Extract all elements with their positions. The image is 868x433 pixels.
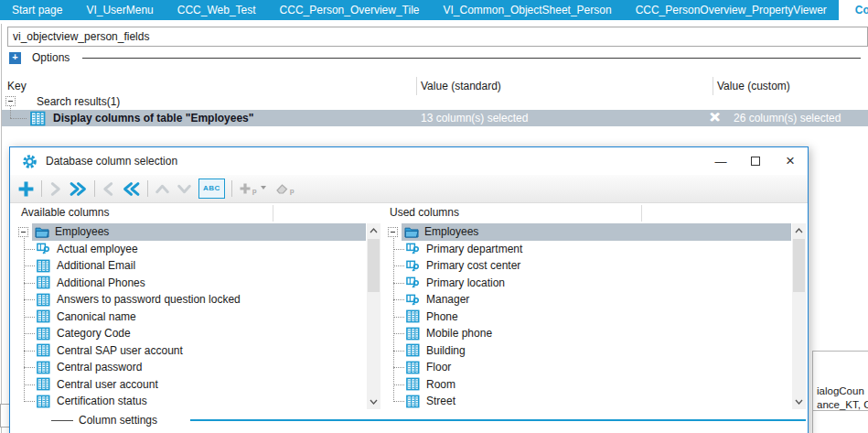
tree-root-label: Employees bbox=[55, 225, 109, 238]
column-icon bbox=[37, 377, 50, 391]
clipped-text-fragment: ialogCoun bbox=[817, 385, 864, 396]
maximize-icon bbox=[751, 157, 760, 166]
scroll-up-icon[interactable] bbox=[792, 223, 806, 238]
tree-item[interactable]: Primary location bbox=[387, 275, 791, 292]
used-columns-header[interactable]: Used columns bbox=[390, 206, 459, 219]
tree-connector bbox=[10, 118, 27, 119]
column-header-value-custom[interactable]: Value (custom) bbox=[717, 80, 790, 92]
divider bbox=[812, 351, 813, 433]
close-button[interactable]: × bbox=[773, 147, 808, 175]
expand-plus-icon[interactable]: + bbox=[9, 52, 21, 64]
tree-row-label: Display columns of table "Employees" bbox=[53, 112, 253, 124]
config-name-input[interactable] bbox=[7, 27, 868, 47]
scroll-down-icon[interactable] bbox=[367, 395, 380, 409]
options-group-line bbox=[82, 58, 861, 59]
available-columns-header[interactable]: Available columns bbox=[21, 206, 110, 219]
tree-item[interactable]: Central user account bbox=[17, 376, 366, 394]
scroll-up-icon[interactable] bbox=[367, 223, 380, 238]
options-label: Options bbox=[32, 51, 70, 64]
tab-vi-usermenu[interactable]: VI_UserMenu bbox=[74, 0, 165, 20]
column-icon bbox=[406, 309, 420, 323]
tree-item[interactable]: Floor bbox=[387, 359, 791, 376]
tree-item[interactable]: Category Code bbox=[17, 325, 366, 342]
tab-start-page[interactable]: Start page bbox=[0, 0, 74, 20]
dialog-titlebar[interactable]: Database column selection — × bbox=[10, 147, 808, 175]
move-right-button[interactable] bbox=[48, 181, 62, 197]
tree-item[interactable]: Answers to password question locked bbox=[17, 291, 366, 309]
tree-item[interactable]: Street bbox=[387, 393, 791, 409]
column-icon bbox=[37, 276, 50, 289]
tree-item[interactable]: Additional Email bbox=[17, 257, 366, 275]
grid-header: Key Value (standard) Value (custom) bbox=[2, 77, 868, 95]
tree-collapse-icon[interactable] bbox=[5, 96, 16, 106]
clipped-text-fragment: ance_KT, C bbox=[817, 399, 868, 410]
column-divider[interactable] bbox=[273, 205, 273, 222]
tree-root-label: Employees bbox=[424, 225, 478, 238]
tab-ccc-personoverview-propertyviewer[interactable]: CCC_PersonOverview_PropertyViewer bbox=[624, 0, 839, 20]
selected-row[interactable]: Employees bbox=[32, 223, 366, 241]
column-icon bbox=[37, 395, 50, 408]
scrollbar-thumb[interactable] bbox=[368, 239, 380, 292]
available-columns-panel: Employees Actual employee Additional Ema… bbox=[17, 223, 380, 409]
add-property-button[interactable]: p bbox=[239, 182, 268, 195]
remove-property-button[interactable]: p bbox=[274, 182, 295, 195]
tree-root-employees[interactable]: Employees bbox=[387, 223, 791, 241]
used-columns-panel: Employees Primary department Primary cos… bbox=[387, 223, 806, 409]
column-icon bbox=[406, 361, 420, 374]
column-icon bbox=[37, 327, 50, 341]
scrollbar-thumb[interactable] bbox=[793, 239, 805, 292]
tab-ccc-web-test[interactable]: CCC_Web_Test bbox=[166, 0, 268, 20]
tree-item[interactable]: Phone bbox=[387, 309, 791, 326]
move-down-button[interactable] bbox=[177, 182, 192, 196]
divider bbox=[812, 351, 868, 352]
tree-item[interactable]: Mobile phone bbox=[387, 325, 791, 342]
tree-item-label: Phone bbox=[426, 310, 458, 323]
used-columns-tree: Employees Primary department Primary cos… bbox=[387, 223, 791, 409]
tree-row-search-results[interactable]: Search results(1) bbox=[2, 94, 868, 110]
move-all-right-button[interactable] bbox=[69, 181, 88, 197]
tree-item[interactable]: Primary cost center bbox=[387, 257, 791, 275]
tree-collapse-icon[interactable] bbox=[388, 227, 398, 237]
column-icon bbox=[406, 327, 420, 341]
tree-item[interactable]: Canonical name bbox=[17, 309, 366, 326]
column-header-value-standard[interactable]: Value (standard) bbox=[421, 80, 501, 92]
dropdown-caret-icon[interactable] bbox=[261, 186, 266, 189]
tree-item[interactable]: Building bbox=[387, 342, 791, 360]
tree-row-display-columns[interactable]: Display columns of table "Employees" 13 … bbox=[2, 110, 868, 126]
move-all-left-button[interactable] bbox=[122, 181, 141, 197]
column-icon bbox=[406, 377, 420, 391]
column-icon bbox=[37, 259, 50, 273]
tree-root-employees[interactable]: Employees bbox=[17, 223, 366, 241]
tree-item[interactable]: Central password bbox=[17, 359, 366, 376]
tree-item[interactable]: Manager bbox=[387, 291, 791, 309]
tree-item[interactable]: Primary department bbox=[387, 241, 791, 258]
move-left-button[interactable] bbox=[102, 181, 115, 197]
dialog-title: Database column selection bbox=[46, 155, 177, 168]
column-divider[interactable] bbox=[713, 77, 713, 95]
tab-ccc-person-overview-tile[interactable]: CCC_Person_Overview_Tile bbox=[268, 0, 432, 20]
minimize-button[interactable]: — bbox=[703, 147, 738, 175]
selected-row[interactable]: Employees bbox=[402, 223, 791, 241]
add-button[interactable] bbox=[17, 180, 35, 198]
tree-item[interactable]: Room bbox=[387, 376, 791, 394]
maximize-button[interactable] bbox=[738, 147, 773, 175]
tree-item[interactable]: Certification status bbox=[17, 393, 366, 409]
move-up-button[interactable] bbox=[155, 182, 170, 196]
tree-item[interactable]: Central SAP user account bbox=[17, 342, 366, 360]
remove-x-icon[interactable]: × bbox=[710, 107, 720, 127]
tab-vi-common-objectsheet-person[interactable]: VI_Common_ObjectSheet_Person bbox=[432, 0, 624, 20]
tab-configure-project[interactable]: Configure project bbox=[839, 0, 868, 20]
scrollbar[interactable] bbox=[367, 223, 380, 409]
tree-item[interactable]: Actual employee bbox=[17, 241, 366, 258]
column-divider[interactable] bbox=[416, 77, 417, 95]
tree-collapse-icon[interactable] bbox=[18, 227, 28, 237]
relation-icon bbox=[37, 242, 50, 255]
scroll-down-icon[interactable] bbox=[792, 395, 806, 409]
sort-alphabetical-button[interactable]: ABC bbox=[198, 179, 225, 199]
column-header-key[interactable]: Key bbox=[7, 80, 27, 92]
column-icon bbox=[37, 343, 50, 357]
column-divider[interactable] bbox=[641, 205, 642, 222]
relation-icon bbox=[406, 259, 420, 273]
scrollbar[interactable] bbox=[792, 223, 806, 409]
tree-item[interactable]: Additional Phones bbox=[17, 275, 366, 292]
